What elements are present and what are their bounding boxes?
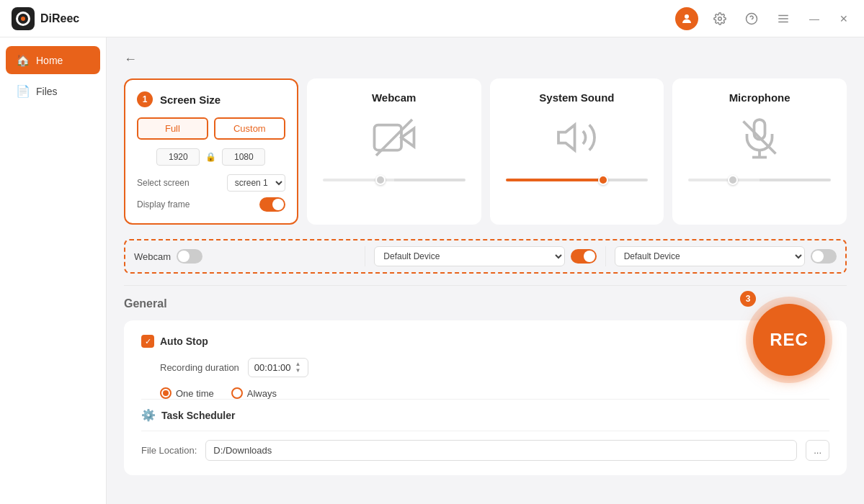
- help-icon[interactable]: [741, 9, 762, 29]
- microphone-slider[interactable]: [688, 179, 831, 181]
- webcam-title: Webcam: [320, 91, 468, 104]
- titlebar: DiReec — ✕: [0, 0, 864, 37]
- dimension-row: 🔒: [137, 148, 285, 166]
- settings-icon[interactable]: [710, 9, 730, 29]
- duration-up-btn[interactable]: ▲: [293, 361, 302, 367]
- webcam-card: Webcam: [307, 78, 481, 225]
- one-time-radio-outer: [160, 387, 172, 399]
- system-sound-card: System Sound: [490, 78, 664, 225]
- step3-badge: 3: [740, 291, 756, 307]
- webcam-icon: [373, 116, 416, 159]
- content-wrapper: ← 1 Screen Size Full Custom 🔒: [124, 52, 847, 475]
- task-scheduler-label: Task Scheduler: [161, 410, 235, 421]
- rec-outer-ring: REC: [746, 297, 832, 383]
- divider-1: [365, 246, 365, 266]
- sound-icon: [555, 116, 598, 159]
- separator: [124, 285, 847, 286]
- microphone-bottom-item: Default Device: [615, 246, 837, 266]
- file-location-label: File Location:: [141, 445, 197, 456]
- display-frame-row: Display frame: [137, 197, 285, 212]
- file-path-input[interactable]: [205, 440, 797, 461]
- always-radio-outer: [231, 387, 243, 399]
- microphone-bottom-toggle[interactable]: [811, 249, 837, 264]
- display-frame-label: Display frame: [137, 199, 190, 210]
- system-sound-bottom-item: Default Device: [374, 246, 596, 266]
- sidebar: 🏠 Home 📄 Files: [0, 37, 107, 504]
- webcam-slider-wrap: [320, 171, 468, 184]
- sidebar-item-files[interactable]: 📄 Files: [6, 77, 100, 105]
- duration-spinners[interactable]: ▲ ▼: [293, 361, 302, 374]
- cards-row: 1 Screen Size Full Custom 🔒 Select scree…: [124, 78, 847, 225]
- microphone-device-select[interactable]: Default Device: [615, 246, 805, 266]
- svg-point-0: [685, 14, 689, 19]
- webcam-bottom-toggle[interactable]: [177, 249, 202, 264]
- back-button[interactable]: ←: [124, 52, 137, 67]
- avatar-icon[interactable]: [675, 7, 698, 30]
- content-area: ← 1 Screen Size Full Custom 🔒: [107, 37, 864, 504]
- always-radio[interactable]: Always: [231, 387, 277, 399]
- home-icon: 🏠: [16, 53, 30, 67]
- system-sound-title: System Sound: [503, 91, 651, 104]
- task-scheduler-icon: ⚙️: [141, 408, 156, 422]
- minimize-button[interactable]: —: [805, 12, 824, 26]
- microphone-title: Microphone: [685, 91, 834, 104]
- titlebar-actions: — ✕: [675, 7, 852, 30]
- microphone-icon: [738, 116, 781, 159]
- system-sound-slider[interactable]: [506, 179, 649, 181]
- always-label: Always: [247, 388, 277, 399]
- svg-point-1: [718, 17, 722, 20]
- autostop-label: Auto Stop: [160, 336, 208, 347]
- microphone-icon-wrap: [685, 112, 834, 163]
- full-button[interactable]: Full: [137, 117, 208, 140]
- microphone-slider-wrap: [685, 171, 834, 184]
- duration-down-btn[interactable]: ▼: [293, 368, 302, 374]
- screen-size-title: Screen Size: [160, 94, 221, 106]
- duration-row: Recording duration 00:01:00 ▲ ▼: [141, 358, 829, 377]
- app-name: DiReec: [40, 12, 675, 25]
- screen-size-card: 1 Screen Size Full Custom 🔒 Select scree…: [124, 78, 298, 225]
- duration-input-wrap[interactable]: 00:01:00 ▲ ▼: [248, 358, 309, 377]
- sidebar-item-label-files: Files: [36, 86, 58, 97]
- file-more-button[interactable]: ...: [806, 440, 829, 461]
- webcam-bottom-label: Webcam: [134, 251, 171, 262]
- one-time-radio[interactable]: One time: [160, 387, 214, 399]
- radio-row: One time Always: [141, 387, 829, 399]
- sidebar-item-home[interactable]: 🏠 Home: [6, 46, 100, 74]
- one-time-radio-inner: [163, 390, 169, 396]
- size-btn-group: Full Custom: [137, 117, 285, 140]
- files-icon: 📄: [16, 84, 30, 98]
- screen-select-dropdown[interactable]: screen 1: [227, 174, 285, 192]
- task-scheduler-row[interactable]: ⚙️ Task Scheduler: [141, 399, 829, 431]
- display-frame-toggle[interactable]: [259, 197, 285, 212]
- system-sound-device-select[interactable]: Default Device: [374, 246, 564, 266]
- custom-button[interactable]: Custom: [214, 117, 285, 140]
- webcam-bottom-item: Webcam: [134, 249, 356, 264]
- height-input[interactable]: [222, 148, 265, 166]
- system-sound-bottom-toggle[interactable]: [571, 249, 597, 264]
- webcam-icon-wrap: [320, 112, 468, 163]
- duration-value: 00:01:00: [254, 362, 291, 373]
- step1-badge: 1: [137, 91, 153, 107]
- sidebar-item-label-home: Home: [36, 55, 63, 66]
- lock-icon: 🔒: [205, 152, 216, 162]
- app-logo: [12, 7, 35, 30]
- rec-label: REC: [770, 330, 809, 350]
- bottom-toggle-row: Webcam Default Device Default Device: [124, 239, 847, 274]
- system-sound-slider-wrap: [503, 171, 651, 184]
- logo-ring: [16, 12, 30, 26]
- screen-select-row: Select screen screen 1: [137, 174, 285, 192]
- rec-relative-wrap: 3 REC: [746, 297, 832, 383]
- menu-icon[interactable]: [773, 9, 793, 29]
- one-time-label: One time: [176, 388, 214, 399]
- svg-marker-9: [558, 125, 575, 150]
- divider-2: [605, 246, 606, 266]
- rec-container: 3 REC: [746, 297, 832, 383]
- screen-select-label: Select screen: [137, 178, 190, 188]
- autostop-checkbox[interactable]: [141, 335, 154, 348]
- rec-button[interactable]: REC: [753, 304, 825, 376]
- duration-label: Recording duration: [160, 362, 239, 373]
- webcam-slider[interactable]: [323, 179, 466, 181]
- width-input[interactable]: [156, 148, 200, 166]
- general-section: Auto Stop Recording duration 00:01:00 ▲ …: [124, 320, 847, 475]
- close-button[interactable]: ✕: [835, 12, 852, 26]
